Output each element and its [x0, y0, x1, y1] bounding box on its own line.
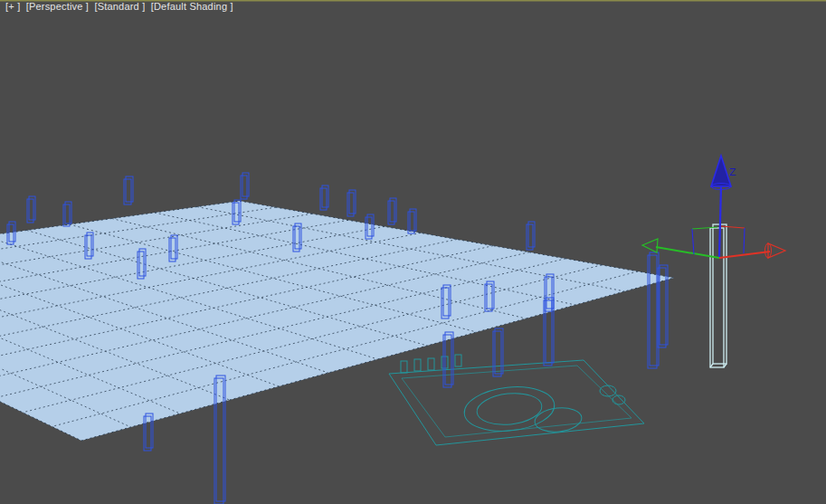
viewport-pov-menu[interactable]: [Perspective ] — [26, 1, 89, 12]
viewport-renderer-menu[interactable]: [Standard ] — [94, 1, 145, 12]
viewport-general-menu[interactable]: [+ ] — [5, 1, 20, 12]
viewport-label-bar: [+ ] [Perspective ] [Standard ] [Default… — [5, 1, 236, 12]
viewport-canvas[interactable]: Z — [0, 0, 826, 504]
viewport: Z [+ ] [Perspective ] [Standard ] [Defau… — [0, 0, 826, 504]
viewport-shading-menu[interactable]: [Default Shading ] — [151, 1, 233, 12]
gizmo-z-label: Z — [729, 166, 736, 178]
